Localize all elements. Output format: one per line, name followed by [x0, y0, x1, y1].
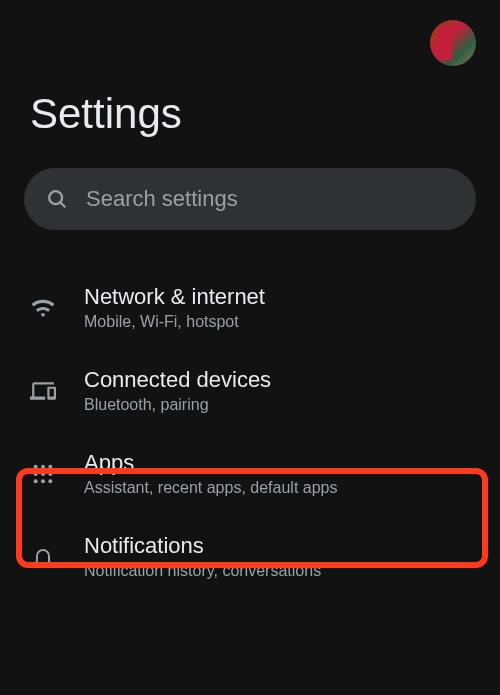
svg-point-6 — [41, 471, 45, 475]
setting-text: Notifications Notification history, conv… — [84, 533, 476, 580]
avatar[interactable] — [430, 20, 476, 66]
header-bar — [0, 0, 500, 74]
setting-label: Notifications — [84, 533, 476, 559]
setting-desc: Mobile, Wi-Fi, hotspot — [84, 313, 476, 331]
svg-point-10 — [48, 479, 52, 483]
setting-label: Apps — [84, 450, 476, 476]
svg-point-2 — [34, 464, 38, 468]
svg-point-4 — [48, 464, 52, 468]
bell-icon — [30, 544, 56, 570]
setting-notifications[interactable]: Notifications Notification history, conv… — [0, 515, 500, 598]
setting-apps[interactable]: Apps Assistant, recent apps, default app… — [0, 432, 500, 515]
svg-point-3 — [41, 464, 45, 468]
setting-desc: Bluetooth, pairing — [84, 396, 476, 414]
settings-list: Network & internet Mobile, Wi-Fi, hotspo… — [0, 260, 500, 604]
setting-desc: Assistant, recent apps, default apps — [84, 479, 476, 497]
setting-text: Connected devices Bluetooth, pairing — [84, 367, 476, 414]
setting-label: Connected devices — [84, 367, 476, 393]
search-input[interactable] — [86, 186, 454, 212]
svg-point-0 — [49, 191, 62, 204]
devices-icon — [30, 378, 56, 404]
setting-connected-devices[interactable]: Connected devices Bluetooth, pairing — [0, 349, 500, 432]
svg-point-7 — [48, 471, 52, 475]
svg-point-5 — [34, 471, 38, 475]
setting-network-internet[interactable]: Network & internet Mobile, Wi-Fi, hotspo… — [0, 266, 500, 349]
svg-point-9 — [41, 479, 45, 483]
search-bar[interactable] — [24, 168, 476, 230]
setting-desc: Notification history, conversations — [84, 562, 476, 580]
svg-line-1 — [60, 202, 65, 207]
wifi-icon — [30, 295, 56, 321]
setting-text: Network & internet Mobile, Wi-Fi, hotspo… — [84, 284, 476, 331]
apps-grid-icon — [30, 461, 56, 487]
svg-point-8 — [34, 479, 38, 483]
search-icon — [46, 188, 68, 210]
setting-text: Apps Assistant, recent apps, default app… — [84, 450, 476, 497]
setting-label: Network & internet — [84, 284, 476, 310]
page-title: Settings — [0, 74, 500, 168]
